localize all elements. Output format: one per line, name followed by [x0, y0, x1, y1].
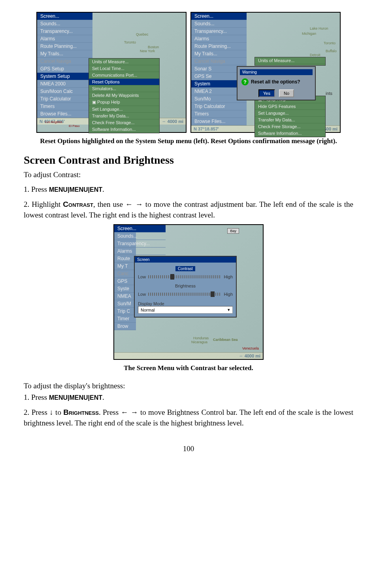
menu-sounds[interactable]: Sounds... [37, 20, 92, 28]
mid-menu-screen[interactable]: Screen... [114, 225, 166, 233]
mid-menu-gps[interactable]: GPS [114, 278, 136, 285]
contrast-thumb[interactable] [170, 274, 174, 280]
mid-menu-sunm[interactable]: Sun/M [114, 300, 136, 308]
menu-route[interactable]: Route Planning... [37, 43, 92, 50]
menu-route-r[interactable]: Route Planning... [191, 43, 247, 50]
submenu-transfer-r[interactable]: Transfer My Data... [255, 117, 325, 123]
chevron-down-icon: ▾ [228, 307, 230, 312]
display-mode-dropdown[interactable]: Normal ▾ [138, 306, 233, 314]
submenu-reset-options[interactable]: Reset Options [89, 79, 159, 85]
menu-trails[interactable]: My Trails... [37, 50, 92, 58]
menu-screen[interactable]: Screen... [37, 13, 92, 20]
menu-timers[interactable]: Timers [37, 103, 92, 110]
map-label-bay: Bay [227, 228, 239, 234]
keycap-menu-b: MENU|MENU|ENT [49, 394, 102, 401]
menu-sounds-r[interactable]: Sounds... [191, 20, 247, 28]
map-label-toronto: Toronto [124, 40, 136, 44]
caption-1: Reset Options highlighted on the System … [40, 137, 337, 146]
yes-button[interactable]: Yes [258, 89, 275, 97]
map-label-venezuela: Venezuela [242, 346, 259, 350]
map-label-lakehuron: Lake Huron [310, 26, 328, 30]
map-label-nicaragua: Nicaragua [191, 340, 207, 344]
mid-menu-nmea[interactable]: NMEA [114, 293, 136, 300]
right-arrow-icon-b: → [131, 408, 138, 416]
menu-cancel-nav-r[interactable]: Cancel Naviga [191, 58, 247, 65]
low-label: Low [138, 274, 146, 279]
submenu-bottom-r: Popup Help Hide GPS Features Set Languag… [254, 96, 326, 137]
brightness-slider[interactable]: Low High [138, 292, 233, 297]
menu-nmea[interactable]: NMEA 2000 [37, 80, 92, 88]
submenu-units-r[interactable]: Units of Measure... [255, 57, 325, 64]
down-arrow-icon: ↓ [49, 408, 53, 416]
submenu-popup-help[interactable]: Popup Help [89, 99, 159, 106]
menu-alarms[interactable]: Alarms [37, 35, 92, 43]
mid-menu-tripc[interactable]: Trip C [114, 308, 136, 315]
mid-menu-trans[interactable]: Transparency... [114, 240, 166, 248]
menu-sunmoon[interactable]: Sun/Moon Calc [37, 88, 92, 95]
submenu-delete-waypoints[interactable]: Delete All My Waypoints [89, 92, 159, 99]
map-label-caribbean: Caribbean Sea [213, 338, 238, 342]
menu-trails-r[interactable]: My Trails... [191, 50, 247, 58]
menu-transparency-r[interactable]: Transparency... [191, 28, 247, 35]
high-label-b: High [224, 292, 233, 297]
menu-cancel-nav[interactable]: Cancel Naviga [37, 58, 92, 65]
submenu-software[interactable]: Software Information... [89, 126, 159, 133]
map-label-quebec: Quebec [136, 32, 149, 36]
left-arrow-icon: ← [125, 200, 136, 208]
dialog-title: Warning [240, 69, 313, 75]
submenu-storage-r[interactable]: Check Free Storage... [255, 123, 325, 130]
map-label-buffalo: Buffalo [326, 49, 337, 53]
menu-tripcalc[interactable]: Trip Calculator [37, 95, 92, 103]
menu-system-setup[interactable]: System Setup [37, 73, 92, 80]
submenu-software-r[interactable]: Software Information... [255, 130, 325, 137]
display-mode-label: Display Mode [138, 301, 233, 306]
contrast-slider-label: Contrast [175, 266, 195, 271]
submenu-top-r: Units of Measure... [254, 57, 326, 66]
submenu-storage[interactable]: Check Free Storage... [89, 119, 159, 126]
system-setup-submenu: Units of Measure... Set Local Time... Co… [89, 58, 160, 133]
submenu-lang-r[interactable]: Set Language... [255, 110, 325, 117]
dialog-message: Reset all the options? [251, 79, 300, 85]
popup-title: Screen [135, 257, 236, 263]
contrast-slider[interactable]: Low High [138, 274, 233, 279]
mid-menu-sounds[interactable]: Sounds... [114, 233, 166, 240]
left-arrow-icon-b: ← [121, 408, 131, 416]
question-icon: ? [241, 78, 249, 85]
map-label-michigan: Michigan [302, 32, 316, 36]
menu-alarms-r[interactable]: Alarms [191, 35, 247, 43]
ints-label: ints [326, 91, 332, 96]
mid-menu-syste[interactable]: Syste [114, 285, 136, 293]
menu-tripcalc-r[interactable]: Trip Calculator [191, 103, 247, 110]
brightness-slider-label: Brightness [175, 284, 196, 288]
mid-menu-route[interactable]: Route [114, 255, 136, 263]
submenu-localtime[interactable]: Set Local Time... [89, 65, 159, 72]
submenu-transfer[interactable]: Transfer My Data... [89, 113, 159, 119]
mid-menu-timer[interactable]: Timer [114, 315, 136, 323]
reset-confirm-dialog: Warning ? Reset all the options? Yes No [237, 66, 316, 100]
submenu-simulators[interactable]: Simulators... [89, 85, 159, 92]
map-label-elpaso: El Paso [69, 124, 80, 128]
mid-menu-alarms[interactable]: Alarms [114, 248, 166, 255]
no-button[interactable]: No [279, 89, 294, 97]
submenu-commport[interactable]: Communications Port... [89, 72, 159, 79]
high-label: High [224, 274, 233, 279]
mid-menu-brow[interactable]: Brow [114, 323, 136, 330]
brightness-keyword: Brightness [63, 408, 99, 416]
submenu-units[interactable]: Units of Measure... [89, 59, 159, 65]
brightness-thumb[interactable] [211, 291, 215, 297]
menu-timers-r[interactable]: Timers [191, 110, 247, 118]
menu-browse[interactable]: Browse Files... [37, 110, 92, 118]
mid-menu-myt[interactable]: My T [114, 263, 136, 270]
map-label-boston: Boston [148, 45, 159, 49]
submenu-language[interactable]: Set Language... [89, 106, 159, 113]
screen-settings-popup: Screen Contrast Low High Brightness Low … [134, 256, 237, 318]
submenu-hide-gps[interactable]: Hide GPS Features [255, 103, 325, 110]
menu-screen-r[interactable]: Screen... [191, 13, 247, 20]
keycap-menu: MENU|MENU|ENT [49, 186, 102, 193]
brightness-step-2: 2. Press ↓ to Brightness. Press ← → to m… [24, 407, 353, 428]
mid-menu-canc[interactable]: Canc [114, 270, 136, 278]
menu-transparency[interactable]: Transparency... [37, 28, 92, 35]
menu-gps-setup[interactable]: GPS Setup [37, 65, 92, 73]
menu-browse-r[interactable]: Browse Files... [191, 118, 247, 125]
map-label-honduras: Honduras [193, 336, 209, 340]
